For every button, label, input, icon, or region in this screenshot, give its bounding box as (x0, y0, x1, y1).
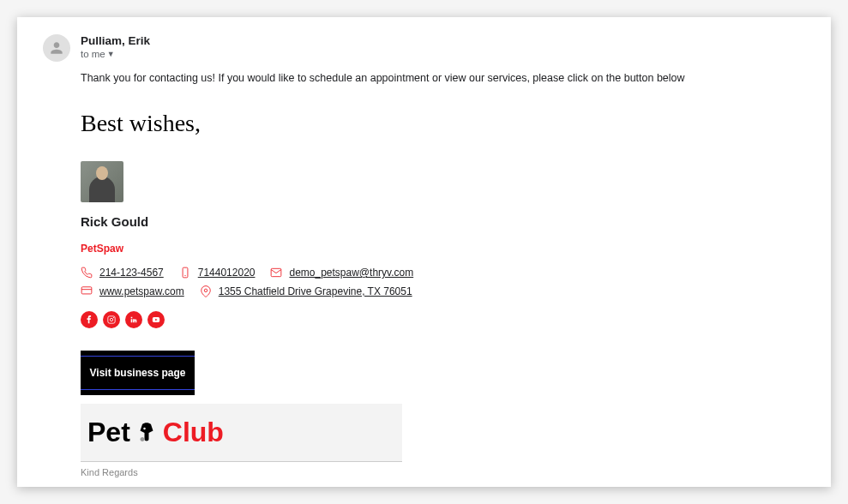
mobile-link[interactable]: 7144012020 (198, 267, 256, 279)
person-icon (48, 39, 65, 57)
linkedin-button[interactable] (125, 311, 142, 328)
pet-club-logo: Pet Club (87, 417, 224, 448)
sender-name: Pulliam, Erik (81, 34, 805, 47)
pet-club-banner: Pet Club (81, 404, 402, 462)
location-icon (200, 285, 212, 297)
envelope-icon (270, 267, 282, 279)
signature-headshot (81, 161, 123, 202)
email-body-text: Thank you for contacting us! If you woul… (81, 72, 805, 84)
svg-point-5 (204, 289, 207, 292)
linkedin-icon (129, 315, 138, 324)
svg-rect-0 (183, 267, 188, 278)
svg-point-11 (143, 427, 146, 429)
contact-row-2: www.petspaw.com 1355 Chatfield Drive Gra… (81, 285, 805, 297)
youtube-button[interactable] (147, 311, 165, 328)
website-link[interactable]: www.petspaw.com (99, 285, 184, 297)
social-row (81, 311, 805, 328)
address-item: 1355 Chatfield Drive Grapevine, TX 76051 (200, 285, 412, 297)
website-icon (81, 285, 93, 297)
email-link[interactable]: demo_petspaw@thryv.com (289, 267, 413, 279)
signature-greeting: Best wishes, (81, 110, 805, 137)
svg-rect-2 (272, 268, 282, 276)
phone-icon (81, 267, 93, 279)
signature-name: Rick Gould (81, 214, 805, 229)
facebook-button[interactable] (81, 311, 98, 328)
svg-point-8 (113, 317, 114, 318)
svg-point-7 (110, 318, 112, 321)
signature-block: Best wishes, Rick Gould PetSpaw 214-123-… (81, 110, 805, 477)
logo-club-text: Club (163, 417, 224, 448)
recipient-dropdown[interactable]: to me ▼ (81, 49, 805, 59)
email-header: Pulliam, Erik to me ▼ (43, 34, 805, 62)
facebook-icon (85, 315, 93, 324)
header-text-block: Pulliam, Erik to me ▼ (81, 34, 805, 59)
signature-company: PetSpaw (81, 243, 805, 255)
instagram-icon (107, 315, 116, 324)
closing-text: Kind Regards (81, 467, 805, 477)
phone-item: 214-123-4567 (81, 267, 164, 279)
mobile-item: 7144012020 (179, 267, 256, 279)
mobile-icon (179, 267, 191, 279)
phone-link[interactable]: 214-123-4567 (99, 267, 164, 279)
chevron-down-icon: ▼ (107, 50, 115, 58)
contact-row-1: 214-123-4567 7144012020 demo_petspaw@thr… (81, 267, 805, 279)
recipient-label: to me (81, 49, 105, 59)
logo-pet-text: Pet (87, 417, 130, 448)
sender-avatar[interactable] (43, 34, 70, 62)
instagram-button[interactable] (103, 311, 120, 328)
visit-business-button[interactable]: Visit business page (81, 351, 195, 395)
website-item: www.petspaw.com (81, 285, 184, 297)
address-link[interactable]: 1355 Chatfield Drive Grapevine, TX 76051 (219, 285, 412, 297)
svg-rect-3 (81, 287, 92, 294)
email-container: Pulliam, Erik to me ▼ Thank you for cont… (17, 17, 831, 487)
email-item: demo_petspaw@thryv.com (270, 267, 413, 279)
dog-icon (134, 420, 159, 446)
youtube-icon (152, 315, 160, 324)
visit-button-label: Visit business page (90, 367, 186, 379)
